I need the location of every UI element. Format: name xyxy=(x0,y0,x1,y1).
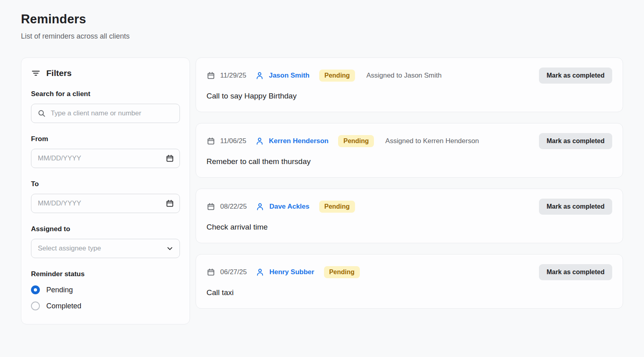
calendar-icon[interactable] xyxy=(165,199,174,208)
chevron-down-icon xyxy=(166,244,174,252)
status-radio-pending[interactable]: Pending xyxy=(31,285,180,294)
reminder-title: Check arrival time xyxy=(206,223,612,232)
person-icon xyxy=(255,137,264,146)
radio-selected-icon xyxy=(31,285,40,294)
calendar-icon xyxy=(206,71,215,80)
reminder-client-link[interactable]: Dave Ackles xyxy=(269,203,310,211)
to-label: To xyxy=(31,180,180,188)
reminder-assigned-to: Assigned to Jason Smith xyxy=(366,72,442,80)
from-label: From xyxy=(31,135,180,143)
status-radio-completed[interactable]: Completed xyxy=(31,302,180,310)
calendar-icon[interactable] xyxy=(165,154,174,163)
reminder-date: 11/29/25 xyxy=(220,72,246,80)
assignee-select-placeholder: Select assignee type xyxy=(38,244,101,252)
reminders-page: Reminders List of reminders across all c… xyxy=(0,0,644,324)
mark-as-completed-button[interactable]: Mark as completed xyxy=(539,199,612,215)
reminder-card: 08/22/25 Dave Ackles Pending Mark as com… xyxy=(196,189,623,243)
reminder-date: 06/27/25 xyxy=(220,268,247,276)
status-badge: Pending xyxy=(324,266,360,278)
reminder-client-link[interactable]: Henry Subber xyxy=(269,268,314,276)
calendar-icon xyxy=(206,268,215,277)
page-title: Reminders xyxy=(21,12,623,27)
reminder-meta-row: 08/22/25 Dave Ackles Pending Mark as com… xyxy=(206,199,612,215)
reminder-assigned-to: Assigned to Kerren Henderson xyxy=(385,137,479,145)
to-date-input[interactable] xyxy=(31,194,180,213)
reminder-card: 06/27/25 Henry Subber Pending Mark as co… xyxy=(196,254,623,309)
reminder-meta-row: 06/27/25 Henry Subber Pending Mark as co… xyxy=(206,264,612,280)
from-input-wrap xyxy=(31,149,180,168)
person-icon xyxy=(256,202,264,211)
mark-as-completed-button[interactable]: Mark as completed xyxy=(539,264,612,280)
calendar-icon xyxy=(206,202,215,211)
from-date-input[interactable] xyxy=(31,149,180,168)
reminder-meta-row: 11/06/25 Kerren Henderson Pending Assign… xyxy=(206,133,612,149)
radio-unselected-icon xyxy=(31,302,40,310)
mark-as-completed-button[interactable]: Mark as completed xyxy=(539,68,612,84)
reminder-card: 11/06/25 Kerren Henderson Pending Assign… xyxy=(196,123,623,178)
assigned-to-label: Assigned to xyxy=(31,225,180,233)
filters-header: Filters xyxy=(31,68,180,78)
search-client-label: Search for a client xyxy=(31,90,180,98)
search-input-wrap xyxy=(31,104,180,123)
reminders-list: 11/29/25 Jason Smith Pending Assigned to… xyxy=(196,57,623,309)
content-area: Filters Search for a client From xyxy=(21,57,623,324)
reminder-title: Remeber to call them thursday xyxy=(206,157,612,166)
reminder-date: 11/06/25 xyxy=(220,137,246,145)
reminder-status-label: Reminder status xyxy=(31,270,180,278)
calendar-icon xyxy=(206,137,215,146)
filters-panel: Filters Search for a client From xyxy=(21,57,190,324)
reminder-card: 11/29/25 Jason Smith Pending Assigned to… xyxy=(196,57,623,112)
reminder-date: 08/22/25 xyxy=(220,203,247,211)
to-input-wrap xyxy=(31,194,180,213)
radio-label-pending: Pending xyxy=(46,286,73,294)
reminder-client-link[interactable]: Jason Smith xyxy=(269,72,310,80)
status-badge: Pending xyxy=(319,201,355,213)
search-input[interactable] xyxy=(31,104,180,123)
person-icon xyxy=(255,71,264,80)
status-badge: Pending xyxy=(319,70,355,82)
reminder-client-link[interactable]: Kerren Henderson xyxy=(269,137,328,145)
page-subtitle: List of reminders across all clients xyxy=(21,32,623,41)
mark-as-completed-button[interactable]: Mark as completed xyxy=(539,133,612,149)
assignee-type-select[interactable]: Select assignee type xyxy=(31,239,180,258)
status-badge: Pending xyxy=(338,135,374,147)
search-icon xyxy=(37,109,46,118)
filter-icon xyxy=(31,68,41,78)
person-icon xyxy=(256,268,264,277)
reminder-title: Call taxi xyxy=(206,288,612,297)
filters-title: Filters xyxy=(46,68,72,78)
reminder-title: Call to say Happy Birthday xyxy=(206,92,612,101)
radio-label-completed: Completed xyxy=(46,302,81,310)
reminder-meta-row: 11/29/25 Jason Smith Pending Assigned to… xyxy=(206,68,612,84)
